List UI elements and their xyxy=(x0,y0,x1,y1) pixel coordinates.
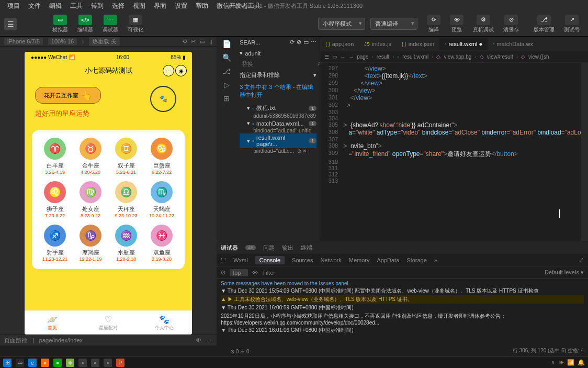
testid-button[interactable]: ↗测试号 xyxy=(560,14,584,35)
compile-button[interactable]: ⟳编译 xyxy=(423,14,445,35)
bc-icon[interactable]: ▭ xyxy=(332,54,337,60)
subtab-network[interactable]: Network xyxy=(320,257,341,263)
hotreload-toggle[interactable]: 热重载 关 xyxy=(89,37,120,46)
tab-profile[interactable]: 🐾个人中心 xyxy=(136,311,192,334)
simulator-toggle[interactable]: ▭模拟器 xyxy=(48,14,72,35)
zodiac-item[interactable]: ♍ 处女座 8.23-9.22 xyxy=(75,181,106,218)
code-editor[interactable]: 297 </view>298 <text>{{item.jk}}</text>2… xyxy=(320,63,588,241)
zodiac-item[interactable]: ♌ 狮子座 7.23-8.22 xyxy=(39,181,71,218)
collapse-icon[interactable]: ▭ xyxy=(303,39,309,46)
subtab-storage[interactable]: Storage xyxy=(406,257,427,263)
log-entry[interactable]: ▼ Thu Dec 30 2021 15:54:09 GMT+0800 (中国标… xyxy=(221,287,584,295)
zodiac-item[interactable]: ♋ 巨蟹座 6.22-7.22 xyxy=(146,138,177,175)
more-tabs[interactable]: » xyxy=(434,257,437,263)
editor-toggle[interactable]: </>编辑器 xyxy=(73,14,97,35)
device-select[interactable]: iPhone 6/7/8 xyxy=(4,38,43,45)
branch-icon[interactable]: ⎇ xyxy=(222,67,231,75)
menu-item[interactable]: 界面 xyxy=(151,1,169,12)
real-debug-button[interactable]: ⚙真机调试 xyxy=(469,14,498,35)
scale-select[interactable]: 100% 16 xyxy=(48,38,77,45)
phone-icon[interactable]: ▭ xyxy=(200,38,205,45)
clear-icon[interactable]: ⊘ xyxy=(297,39,301,46)
search-result-line[interactable]: adunit-53369560b9987e89 xyxy=(240,113,316,119)
capsule-close[interactable]: ◉ xyxy=(175,65,187,76)
minimap[interactable] xyxy=(581,63,588,241)
editor-tab[interactable]: ▫ result.wxml ● xyxy=(439,38,488,50)
editor-tab[interactable]: { } app.json xyxy=(320,38,359,50)
wechat-icon[interactable]: ◆ xyxy=(66,359,74,367)
more-icon[interactable]: ▯ xyxy=(209,38,212,45)
bc-icon[interactable]: ☰ xyxy=(324,54,329,60)
page-path[interactable]: page/index/index xyxy=(39,337,83,343)
menu-item[interactable]: 编辑 xyxy=(46,1,65,12)
subtab-appdata[interactable]: AppData xyxy=(377,257,399,263)
eye-icon[interactable]: 👁 xyxy=(252,270,258,276)
refresh-icon[interactable]: ⟳ xyxy=(290,39,295,46)
console-tab-terminal[interactable]: 终端 xyxy=(301,244,312,252)
error-count[interactable]: ⊗ 0 ⚠ 0 xyxy=(230,349,249,354)
chevron-down-icon[interactable]: ▾ xyxy=(240,50,243,57)
menu-item[interactable]: 设置 xyxy=(172,1,190,12)
zodiac-item[interactable]: ♒ 水瓶座 1.20-2.18 xyxy=(110,225,142,262)
log-entry[interactable]: ▼ Thu Dec 30 2021 16:00:59 GMT+0800 (中国标… xyxy=(221,304,584,312)
back-icon[interactable]: ← xyxy=(340,54,345,60)
debug-icon[interactable]: ▷ xyxy=(224,81,230,89)
zodiac-item[interactable]: ♈ 白羊座 3.21-4.19 xyxy=(39,138,71,175)
subtab-console[interactable]: Console xyxy=(255,256,285,264)
editor-tab[interactable]: { } index.json xyxy=(397,38,439,50)
zodiac-item[interactable]: ♉ 金牛座 4.20-5.20 xyxy=(75,138,106,175)
cut-icon[interactable]: ✂ xyxy=(191,38,196,45)
fwd-icon[interactable]: → xyxy=(348,54,354,60)
subtab-sources[interactable]: Sources xyxy=(292,257,313,263)
tray-icon[interactable]: 🔔 xyxy=(578,359,585,366)
task-icon[interactable]: ● xyxy=(53,359,62,367)
context-select[interactable]: top xyxy=(230,269,248,276)
tray-icon[interactable]: 🕪 xyxy=(558,359,564,366)
console-log[interactable]: Some messages have been moved to the Iss… xyxy=(217,279,588,345)
tray-icon[interactable]: 📶 xyxy=(567,359,574,366)
status-position[interactable]: 行 306, 列 120 (选中 6) 空格: 4 xyxy=(513,347,584,354)
editor-tab[interactable]: ▫ matchData.wx xyxy=(488,38,538,50)
ext-icon[interactable]: ⊞ xyxy=(223,94,230,103)
search-result-file[interactable]: ▾ ▫ matchData.wxml...1 xyxy=(240,119,316,128)
search-result-file[interactable]: ▾ ▫ result.wxml page\r...1 xyxy=(240,133,316,148)
zodiac-item[interactable]: ♏ 天蝎座 10.24-11.22 xyxy=(146,181,177,218)
clear-cache-button[interactable]: ⊘清缓存 xyxy=(499,14,523,35)
task-icon[interactable]: ▭ xyxy=(16,359,24,367)
rotate-icon[interactable]: ⟲ xyxy=(182,38,187,45)
mode-select[interactable]: 小程序模式 xyxy=(318,18,365,30)
files-icon[interactable]: 📄 xyxy=(222,40,231,48)
zodiac-item[interactable]: ♑ 摩羯座 12.22-1.19 xyxy=(75,225,106,262)
inspect-icon[interactable]: ⬚ xyxy=(221,257,226,263)
breadcrumb[interactable]: ☰ ▭ ← → page› result› ▫result.wxml› ◇vie… xyxy=(320,51,588,63)
replace-input[interactable] xyxy=(242,61,314,67)
subtab-wxml[interactable]: Wxml xyxy=(233,257,248,263)
log-entry[interactable]: 2021年10月20日后，小程序与小游戏获取用户信息相关接口，不再返回用户性别及… xyxy=(221,312,584,326)
exclude-label[interactable]: 指定目录和排除 xyxy=(240,71,280,79)
menu-item[interactable]: 转到 xyxy=(88,1,107,12)
devtools-icon[interactable]: ▫ xyxy=(78,359,87,367)
more-icon[interactable]: ⋯ xyxy=(207,337,212,344)
menu-item[interactable]: 帮助 xyxy=(193,1,211,12)
visualizer-toggle[interactable]: ▦可视化 xyxy=(123,14,148,35)
task-icon[interactable]: ▫ xyxy=(104,359,112,367)
console-tab-debugger[interactable]: 调试器 xyxy=(221,244,238,252)
log-entry[interactable]: ▼ Thu Dec 30 2021 16:01:06 GMT+0800 (中国标… xyxy=(221,326,584,334)
menu-item[interactable]: 工具 xyxy=(67,1,86,12)
zodiac-item[interactable]: ♎ 天秤座 9.23-10.23 xyxy=(110,181,142,218)
tray-icon[interactable]: ∧ xyxy=(551,359,555,366)
search-input[interactable] xyxy=(245,50,317,57)
search-result-line[interactable]: bindload="adLo... ⊘ ✕ xyxy=(240,148,316,154)
menu-item[interactable]: 视图 xyxy=(130,1,149,12)
more-icon[interactable]: ⋯ xyxy=(311,39,316,46)
search-result-line[interactable]: bindload="adLoad" unitId xyxy=(240,128,316,133)
subtab-memory[interactable]: Memory xyxy=(349,257,370,263)
task-icon[interactable]: ● xyxy=(41,359,49,367)
console-tab-problems[interactable]: 问题 xyxy=(263,244,275,252)
task-icon[interactable]: ▫ xyxy=(91,359,99,367)
capsule-menu[interactable]: ⋯ xyxy=(163,65,174,76)
menu-item[interactable]: 选择 xyxy=(109,1,128,12)
phone-simulator[interactable]: ●●●●● WeChat 📶 16:00 85% ▮ 小七源码站测试 ⋯ ◉ 花… xyxy=(25,52,192,334)
debugger-toggle[interactable]: ⋯调试器 xyxy=(98,14,122,35)
zodiac-item[interactable]: ♓ 双鱼座 2.19-3.20 xyxy=(146,225,177,262)
